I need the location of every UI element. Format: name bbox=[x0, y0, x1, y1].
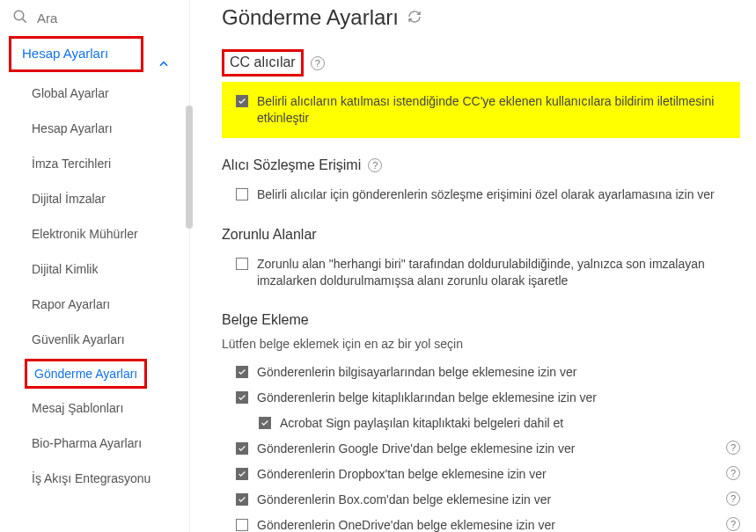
sidebar-item-elektronik-muhurler[interactable]: Elektronik Mühürler bbox=[5, 216, 184, 251]
help-icon[interactable]: ? bbox=[726, 492, 740, 506]
option-attach-onedrive: Gönderenlerin OneDrive'dan belge eklemes… bbox=[257, 517, 712, 532]
option-attach-library: Gönderenlerin belge kitaplıklarından bel… bbox=[257, 390, 740, 406]
help-icon[interactable]: ? bbox=[368, 158, 382, 172]
checkbox-attach-onedrive[interactable] bbox=[236, 519, 248, 531]
checkbox-cc-notify[interactable] bbox=[236, 95, 248, 107]
section-title-attach: Belge Ekleme bbox=[222, 312, 309, 328]
section-title-required: Zorunlu Alanlar bbox=[222, 227, 317, 243]
main-content: Gönderme Ayarları CC alıcılar ? Belirli … bbox=[190, 0, 756, 532]
sidebar-item-guvenlik-ayarlari[interactable]: Güvenlik Ayarları bbox=[5, 322, 184, 357]
sidebar: Hesap Ayarları Global Ayarlar Hesap Ayar… bbox=[0, 0, 190, 532]
sidebar-item-gonderme-ayarlari[interactable]: Gönderme Ayarları bbox=[34, 367, 137, 381]
page-title: Gönderme Ayarları bbox=[222, 5, 399, 30]
sidebar-item-mesaj-sablonlari[interactable]: Mesaj Şablonları bbox=[5, 390, 184, 426]
section-zorunlu-alanlar: Zorunlu Alanlar Zorunlu alan "herhangi b… bbox=[222, 227, 740, 294]
option-attach-shared: Acrobat Sign paylaşılan kitaplıktaki bel… bbox=[280, 415, 740, 432]
option-attach-gdrive: Gönderenlerin Google Drive'dan belge ekl… bbox=[257, 441, 712, 457]
checkbox-attach-box[interactable] bbox=[236, 493, 248, 506]
sidebar-item-imza-tercihleri[interactable]: İmza Tercihleri bbox=[5, 146, 184, 181]
help-icon[interactable]: ? bbox=[726, 441, 740, 455]
highlight-box-hesap-ayarlari: Hesap Ayarları bbox=[9, 36, 143, 72]
svg-point-0 bbox=[14, 11, 24, 20]
section-cc-alicilar: CC alıcılar ? Belirli alıcıların katılma… bbox=[222, 49, 740, 138]
sidebar-item-bio-pharma-ayarlari[interactable]: Bio-Pharma Ayarları bbox=[5, 426, 184, 461]
sidebar-item-hesap-ayarlari[interactable]: Hesap Ayarları bbox=[5, 111, 184, 146]
section-title-access: Alıcı Sözleşme Erişimi bbox=[222, 157, 361, 173]
attach-intro: Lütfen belge eklemek için en az bir yol … bbox=[222, 337, 740, 351]
search-icon bbox=[12, 9, 37, 27]
nav-group-hesap-ayarlari[interactable]: Hesap Ayarları bbox=[15, 40, 136, 66]
sidebar-scrollbar[interactable] bbox=[186, 106, 193, 229]
highlight-box-cc-alicilar: CC alıcılar bbox=[222, 49, 304, 77]
checkbox-attach-gdrive[interactable] bbox=[236, 442, 248, 455]
refresh-icon[interactable] bbox=[407, 10, 422, 26]
section-belge-ekleme: Belge Ekleme Lütfen belge eklemek için e… bbox=[222, 312, 740, 532]
search-field[interactable] bbox=[0, 0, 189, 36]
option-attach-computer: Gönderenlerin bilgisayarlarından belge e… bbox=[257, 364, 740, 381]
sidebar-item-global-ayarlar[interactable]: Global Ayarlar bbox=[5, 76, 184, 111]
section-alici-erisimi: Alıcı Sözleşme Erişimi ? Belirli alıcıla… bbox=[222, 157, 740, 208]
sidebar-item-is-akisi-entegrasyonu[interactable]: İş Akışı Entegrasyonu bbox=[5, 461, 184, 496]
option-required-label: Zorunlu alan "herhangi biri" tarafından … bbox=[257, 256, 740, 289]
nav-group-label: Hesap Ayarları bbox=[22, 46, 108, 61]
checkbox-required-anyone[interactable] bbox=[236, 258, 248, 270]
option-attach-box: Gönderenlerin Box.com'dan belge eklemesi… bbox=[257, 492, 712, 508]
sidebar-item-dijital-imzalar[interactable]: Dijital İmzalar bbox=[5, 181, 184, 216]
checkbox-attach-shared[interactable] bbox=[259, 417, 271, 429]
highlight-cc-option: Belirli alıcıların katılması istendiğind… bbox=[222, 82, 740, 138]
checkbox-attach-library[interactable] bbox=[236, 391, 248, 404]
search-input[interactable] bbox=[37, 11, 204, 26]
help-icon[interactable]: ? bbox=[311, 56, 325, 70]
sidebar-item-dijital-kimlik[interactable]: Dijital Kimlik bbox=[5, 251, 184, 287]
nav: Hesap Ayarları Global Ayarlar Hesap Ayar… bbox=[0, 36, 189, 505]
highlight-box-gonderme-ayarlari: Gönderme Ayarları bbox=[25, 359, 147, 389]
checkbox-attach-dropbox[interactable] bbox=[236, 468, 248, 480]
option-attach-dropbox: Gönderenlerin Dropbox'tan belge eklemesi… bbox=[257, 466, 712, 483]
svg-line-1 bbox=[23, 19, 26, 23]
option-cc-notify-label: Belirli alıcıların katılması istendiğind… bbox=[257, 93, 731, 127]
section-title-cc: CC alıcılar bbox=[230, 55, 296, 70]
help-icon[interactable]: ? bbox=[726, 517, 740, 531]
help-icon[interactable]: ? bbox=[726, 466, 740, 480]
chevron-up-icon[interactable] bbox=[158, 58, 170, 73]
checkbox-access-custom[interactable] bbox=[236, 188, 248, 200]
checkbox-attach-computer[interactable] bbox=[236, 366, 248, 378]
sidebar-item-rapor-ayarlari[interactable]: Rapor Ayarları bbox=[5, 287, 184, 322]
option-access-label: Belirli alıcılar için gönderenlerin sözl… bbox=[257, 186, 740, 203]
